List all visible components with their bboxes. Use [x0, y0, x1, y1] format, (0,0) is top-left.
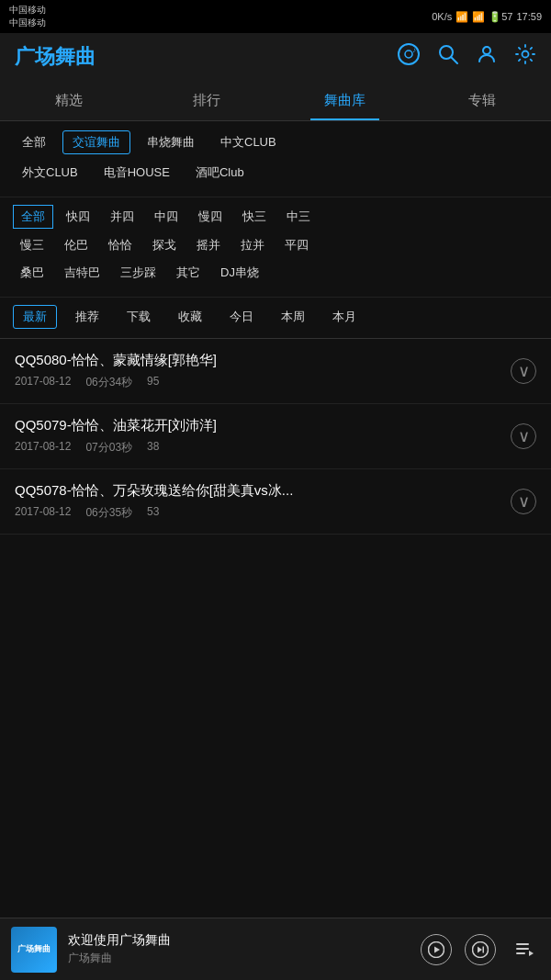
song-title: QQ5079-恰恰、油菜花开[刘沛洋]: [15, 417, 511, 434]
dance-zhongsan[interactable]: 中三: [279, 206, 318, 228]
dance-tange[interactable]: 探戈: [145, 234, 184, 256]
genre-chuanshaowuqu[interactable]: 串烧舞曲: [138, 131, 204, 153]
expand-icon[interactable]: ∨: [511, 423, 536, 449]
table-row[interactable]: QQ5080-恰恰、蒙藏情缘[郭艳华] 2017-08-12 06分34秒 95…: [0, 339, 551, 404]
genre-zhongwenclub[interactable]: 中文CLUB: [211, 131, 286, 153]
next-button[interactable]: [465, 934, 496, 965]
sort-newest[interactable]: 最新: [13, 305, 57, 329]
status-right: 0K/s 📶 📶 🔋57 17:59: [432, 11, 542, 23]
dance-labing[interactable]: 拉并: [233, 234, 272, 256]
svg-point-6: [523, 51, 529, 58]
song-downloads: 53: [147, 505, 159, 521]
user-icon[interactable]: [476, 43, 498, 71]
app-title: 广场舞曲: [15, 43, 96, 71]
dance-type-filters: 全部 快四 并四 中四 慢四 快三 中三 慢三 伦巴 恰恰 探戈 摇并 拉并 平…: [0, 197, 551, 298]
svg-rect-12: [516, 943, 529, 945]
sort-month[interactable]: 本月: [323, 306, 365, 328]
dance-zhongsi[interactable]: 中四: [147, 206, 186, 228]
tab-jingxuan[interactable]: 精选: [0, 81, 138, 120]
carrier-info: 中国移动 中国移动: [9, 4, 46, 29]
song-duration: 06分35秒: [85, 505, 132, 521]
genre-jiaoyiwuqu[interactable]: 交谊舞曲: [62, 130, 130, 154]
player-info: 欢迎使用广场舞曲 广场舞曲: [68, 932, 421, 966]
song-info: QQ5080-恰恰、蒙藏情缘[郭艳华] 2017-08-12 06分34秒 95: [15, 352, 511, 390]
dance-pingsi[interactable]: 平四: [277, 234, 316, 256]
song-list: QQ5080-恰恰、蒙藏情缘[郭艳华] 2017-08-12 06分34秒 95…: [0, 339, 551, 535]
dance-kuaisi[interactable]: 快四: [59, 206, 97, 228]
sort-download[interactable]: 下载: [118, 306, 160, 328]
song-duration: 07分03秒: [85, 440, 132, 456]
song-meta: 2017-08-12 06分34秒 95: [15, 375, 511, 390]
player-subtitle: 广场舞曲: [68, 951, 421, 966]
sort-filters: 最新 推荐 下载 收藏 今日 本周 本月: [0, 298, 551, 339]
header-icons: ♪: [397, 42, 536, 72]
dance-yaobing[interactable]: 摇并: [189, 234, 228, 256]
genre-dianyinhouse[interactable]: 电音HOUSE: [95, 162, 179, 184]
dance-sangba[interactable]: 桑巴: [13, 262, 51, 284]
song-info: QQ5079-恰恰、油菜花开[刘沛洋] 2017-08-12 07分03秒 38: [15, 417, 511, 456]
expand-icon[interactable]: ∨: [511, 489, 536, 514]
genre-filter-row2: 外文CLUB 电音HOUSE 酒吧Club: [13, 162, 538, 184]
tab-paihang[interactable]: 排行: [138, 81, 276, 120]
svg-marker-15: [529, 951, 534, 956]
play-button[interactable]: [421, 934, 452, 965]
player-album-art: 广场舞曲: [11, 927, 57, 973]
header: 广场舞曲 ♪: [0, 33, 551, 81]
tab-wuquku[interactable]: 舞曲库: [276, 81, 413, 120]
player-title: 欢迎使用广场舞曲: [68, 932, 421, 949]
status-bar: 中国移动 中国移动 0K/s 📶 📶 🔋57 17:59: [0, 0, 551, 33]
music-disc-icon[interactable]: ♪: [397, 42, 421, 72]
dance-row3: 桑巴 吉特巴 三步踩 其它 DJ串烧: [13, 262, 538, 284]
dance-bingsi[interactable]: 并四: [103, 206, 141, 228]
table-row[interactable]: QQ5078-恰恰、万朵玫瑰送给你[甜美真vs冰... 2017-08-12 0…: [0, 469, 551, 535]
svg-rect-14: [516, 952, 525, 954]
svg-text:♪: ♪: [412, 46, 416, 54]
dance-qita[interactable]: 其它: [169, 262, 208, 284]
sort-row: 最新 推荐 下载 收藏 今日 本周 本月: [13, 305, 538, 329]
search-icon[interactable]: [437, 43, 459, 71]
song-info: QQ5078-恰恰、万朵玫瑰送给你[甜美真vs冰... 2017-08-12 0…: [15, 482, 511, 521]
battery-icon: 🔋57: [489, 11, 512, 23]
settings-icon[interactable]: [514, 43, 536, 71]
genre-waiwenclub[interactable]: 外文CLUB: [13, 162, 87, 184]
bottom-player: 广场舞曲 欢迎使用广场舞曲 广场舞曲: [0, 918, 551, 980]
tab-zhuanji[interactable]: 专辑: [413, 81, 551, 120]
dance-row2: 慢三 伦巴 恰恰 探戈 摇并 拉并 平四: [13, 234, 538, 256]
dance-qiaqia[interactable]: 恰恰: [101, 234, 140, 256]
dance-kuaisan[interactable]: 快三: [235, 206, 274, 228]
player-controls: [421, 934, 540, 965]
sort-favorite[interactable]: 收藏: [169, 306, 211, 328]
song-meta: 2017-08-12 06分35秒 53: [15, 505, 511, 521]
wifi-icon: 📶: [455, 11, 468, 23]
song-meta: 2017-08-12 07分03秒 38: [15, 440, 511, 456]
playlist-button[interactable]: [509, 934, 540, 965]
genre-filters: 全部 交谊舞曲 串烧舞曲 中文CLUB 外文CLUB 电音HOUSE 酒吧Clu…: [0, 121, 551, 197]
dance-mansi[interactable]: 慢四: [191, 206, 230, 228]
song-date: 2017-08-12: [15, 440, 71, 456]
main-tabs: 精选 排行 舞曲库 专辑: [0, 81, 551, 121]
song-date: 2017-08-12: [15, 375, 71, 390]
svg-line-4: [451, 57, 457, 63]
song-title: QQ5078-恰恰、万朵玫瑰送给你[甜美真vs冰...: [15, 482, 511, 500]
signal-icon: 📶: [472, 11, 485, 23]
song-downloads: 95: [147, 375, 159, 390]
sort-today[interactable]: 今日: [220, 306, 263, 328]
genre-all[interactable]: 全部: [13, 131, 55, 153]
svg-point-5: [483, 47, 490, 54]
dance-all[interactable]: 全部: [13, 205, 53, 229]
svg-marker-8: [434, 946, 440, 952]
dance-sanbucai[interactable]: 三步踩: [113, 262, 163, 284]
sort-week[interactable]: 本周: [272, 306, 314, 328]
genre-filter-row1: 全部 交谊舞曲 串烧舞曲 中文CLUB: [13, 130, 538, 154]
dance-lunba[interactable]: 伦巴: [57, 234, 96, 256]
genre-jiubaclub[interactable]: 酒吧Club: [186, 162, 253, 184]
dance-jiteba[interactable]: 吉特巴: [57, 262, 107, 284]
expand-icon[interactable]: ∨: [511, 358, 536, 384]
dance-djchuanshao[interactable]: DJ串烧: [213, 262, 266, 284]
song-date: 2017-08-12: [15, 505, 71, 521]
song-duration: 06分34秒: [85, 375, 132, 390]
svg-marker-10: [478, 946, 482, 952]
dance-mansan[interactable]: 慢三: [13, 234, 51, 256]
table-row[interactable]: QQ5079-恰恰、油菜花开[刘沛洋] 2017-08-12 07分03秒 38…: [0, 404, 551, 469]
sort-recommended[interactable]: 推荐: [66, 306, 108, 328]
